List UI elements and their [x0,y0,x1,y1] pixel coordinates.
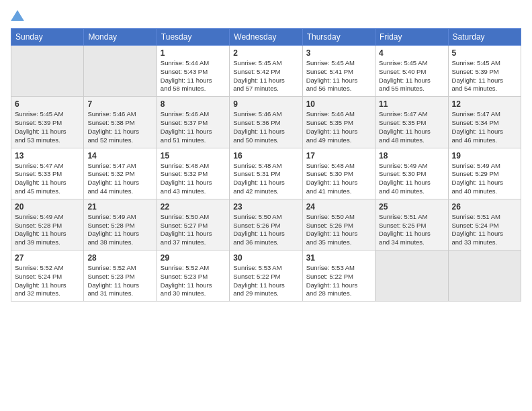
logo [11,11,27,23]
day-number: 28 [87,253,152,263]
day-info: Sunrise: 5:45 AM Sunset: 5:39 PM Dayligh… [15,110,80,144]
day-info: Sunrise: 5:47 AM Sunset: 5:34 PM Dayligh… [452,110,517,144]
day-info: Sunrise: 5:52 AM Sunset: 5:23 PM Dayligh… [87,264,152,298]
calendar-cell: 14Sunrise: 5:47 AM Sunset: 5:32 PM Dayli… [84,148,157,199]
day-info: Sunrise: 5:48 AM Sunset: 5:31 PM Dayligh… [233,162,298,196]
calendar-cell: 19Sunrise: 5:49 AM Sunset: 5:29 PM Dayli… [448,148,521,199]
day-number: 13 [15,151,80,161]
calendar-cell: 11Sunrise: 5:47 AM Sunset: 5:35 PM Dayli… [375,97,448,148]
calendar-cell: 12Sunrise: 5:47 AM Sunset: 5:34 PM Dayli… [448,97,521,148]
header [11,11,521,23]
day-number: 21 [87,202,152,212]
weekday-header-saturday: Saturday [448,29,521,46]
day-number: 7 [87,99,152,109]
calendar-cell: 9Sunrise: 5:46 AM Sunset: 5:36 PM Daylig… [230,97,302,148]
day-number: 23 [233,202,298,212]
day-number: 8 [161,99,226,109]
calendar-cell [448,250,521,302]
day-info: Sunrise: 5:47 AM Sunset: 5:35 PM Dayligh… [379,110,444,144]
calendar-cell: 23Sunrise: 5:50 AM Sunset: 5:26 PM Dayli… [230,199,302,250]
day-info: Sunrise: 5:45 AM Sunset: 5:39 PM Dayligh… [452,59,517,93]
day-info: Sunrise: 5:50 AM Sunset: 5:27 PM Dayligh… [161,213,226,247]
weekday-header-sunday: Sunday [11,29,84,46]
calendar-cell: 22Sunrise: 5:50 AM Sunset: 5:27 PM Dayli… [157,199,229,250]
calendar-cell: 29Sunrise: 5:52 AM Sunset: 5:23 PM Dayli… [157,250,229,302]
logo-icon [11,10,24,21]
calendar-cell: 8Sunrise: 5:46 AM Sunset: 5:37 PM Daylig… [157,97,229,148]
day-number: 2 [233,48,298,58]
svg-marker-0 [11,10,24,21]
calendar-cell: 21Sunrise: 5:49 AM Sunset: 5:28 PM Dayli… [84,199,157,250]
calendar-cell: 26Sunrise: 5:51 AM Sunset: 5:24 PM Dayli… [448,199,521,250]
calendar-cell: 6Sunrise: 5:45 AM Sunset: 5:39 PM Daylig… [11,97,84,148]
day-info: Sunrise: 5:52 AM Sunset: 5:24 PM Dayligh… [15,264,80,298]
calendar-cell: 28Sunrise: 5:52 AM Sunset: 5:23 PM Dayli… [84,250,157,302]
day-info: Sunrise: 5:48 AM Sunset: 5:30 PM Dayligh… [306,162,371,196]
calendar-cell: 5Sunrise: 5:45 AM Sunset: 5:39 PM Daylig… [448,46,521,97]
day-info: Sunrise: 5:52 AM Sunset: 5:23 PM Dayligh… [161,264,226,298]
day-info: Sunrise: 5:49 AM Sunset: 5:29 PM Dayligh… [452,162,517,196]
day-number: 24 [306,202,371,212]
day-number: 26 [452,202,517,212]
day-number: 18 [379,151,444,161]
weekday-header-tuesday: Tuesday [157,29,229,46]
day-number: 5 [452,48,517,58]
calendar-cell: 20Sunrise: 5:49 AM Sunset: 5:28 PM Dayli… [11,199,84,250]
calendar-cell: 30Sunrise: 5:53 AM Sunset: 5:22 PM Dayli… [230,250,302,302]
calendar-cell: 13Sunrise: 5:47 AM Sunset: 5:33 PM Dayli… [11,148,84,199]
calendar-cell: 24Sunrise: 5:50 AM Sunset: 5:26 PM Dayli… [302,199,375,250]
calendar-cell [375,250,448,302]
week-row-1: 1Sunrise: 5:44 AM Sunset: 5:43 PM Daylig… [11,46,521,97]
day-info: Sunrise: 5:48 AM Sunset: 5:32 PM Dayligh… [161,162,226,196]
day-info: Sunrise: 5:51 AM Sunset: 5:24 PM Dayligh… [452,213,517,247]
day-info: Sunrise: 5:49 AM Sunset: 5:30 PM Dayligh… [379,162,444,196]
day-info: Sunrise: 5:46 AM Sunset: 5:37 PM Dayligh… [161,110,226,144]
day-number: 19 [452,151,517,161]
calendar-cell [11,46,84,97]
day-number: 9 [233,99,298,109]
week-row-3: 13Sunrise: 5:47 AM Sunset: 5:33 PM Dayli… [11,148,521,199]
day-info: Sunrise: 5:53 AM Sunset: 5:22 PM Dayligh… [306,264,371,298]
week-row-5: 27Sunrise: 5:52 AM Sunset: 5:24 PM Dayli… [11,250,521,302]
day-info: Sunrise: 5:50 AM Sunset: 5:26 PM Dayligh… [233,213,298,247]
day-info: Sunrise: 5:47 AM Sunset: 5:33 PM Dayligh… [15,162,80,196]
day-number: 30 [233,253,298,263]
calendar-cell: 2Sunrise: 5:45 AM Sunset: 5:42 PM Daylig… [230,46,302,97]
day-number: 27 [15,253,80,263]
calendar-cell: 31Sunrise: 5:53 AM Sunset: 5:22 PM Dayli… [302,250,375,302]
calendar-cell [84,46,157,97]
day-number: 15 [161,151,226,161]
calendar-cell: 7Sunrise: 5:46 AM Sunset: 5:38 PM Daylig… [84,97,157,148]
calendar-cell: 16Sunrise: 5:48 AM Sunset: 5:31 PM Dayli… [230,148,302,199]
day-number: 1 [161,48,226,58]
day-info: Sunrise: 5:49 AM Sunset: 5:28 PM Dayligh… [87,213,152,247]
calendar-cell: 3Sunrise: 5:45 AM Sunset: 5:41 PM Daylig… [302,46,375,97]
day-info: Sunrise: 5:45 AM Sunset: 5:42 PM Dayligh… [233,59,298,93]
day-number: 11 [379,99,444,109]
week-row-2: 6Sunrise: 5:45 AM Sunset: 5:39 PM Daylig… [11,97,521,148]
day-info: Sunrise: 5:46 AM Sunset: 5:36 PM Dayligh… [233,110,298,144]
calendar-cell: 15Sunrise: 5:48 AM Sunset: 5:32 PM Dayli… [157,148,229,199]
day-number: 20 [15,202,80,212]
day-number: 14 [87,151,152,161]
calendar-cell: 1Sunrise: 5:44 AM Sunset: 5:43 PM Daylig… [157,46,229,97]
day-info: Sunrise: 5:46 AM Sunset: 5:38 PM Dayligh… [87,110,152,144]
calendar-cell: 18Sunrise: 5:49 AM Sunset: 5:30 PM Dayli… [375,148,448,199]
calendar-cell: 27Sunrise: 5:52 AM Sunset: 5:24 PM Dayli… [11,250,84,302]
day-info: Sunrise: 5:46 AM Sunset: 5:35 PM Dayligh… [306,110,371,144]
weekday-header-wednesday: Wednesday [230,29,302,46]
day-number: 3 [306,48,371,58]
day-info: Sunrise: 5:50 AM Sunset: 5:26 PM Dayligh… [306,213,371,247]
calendar-cell: 10Sunrise: 5:46 AM Sunset: 5:35 PM Dayli… [302,97,375,148]
day-number: 31 [306,253,371,263]
calendar: SundayMondayTuesdayWednesdayThursdayFrid… [11,28,521,302]
day-info: Sunrise: 5:45 AM Sunset: 5:41 PM Dayligh… [306,59,371,93]
day-info: Sunrise: 5:51 AM Sunset: 5:25 PM Dayligh… [379,213,444,247]
weekday-header-thursday: Thursday [302,29,375,46]
week-row-4: 20Sunrise: 5:49 AM Sunset: 5:28 PM Dayli… [11,199,521,250]
day-info: Sunrise: 5:45 AM Sunset: 5:40 PM Dayligh… [379,59,444,93]
day-info: Sunrise: 5:53 AM Sunset: 5:22 PM Dayligh… [233,264,298,298]
day-number: 6 [15,99,80,109]
calendar-cell: 25Sunrise: 5:51 AM Sunset: 5:25 PM Dayli… [375,199,448,250]
day-number: 25 [379,202,444,212]
